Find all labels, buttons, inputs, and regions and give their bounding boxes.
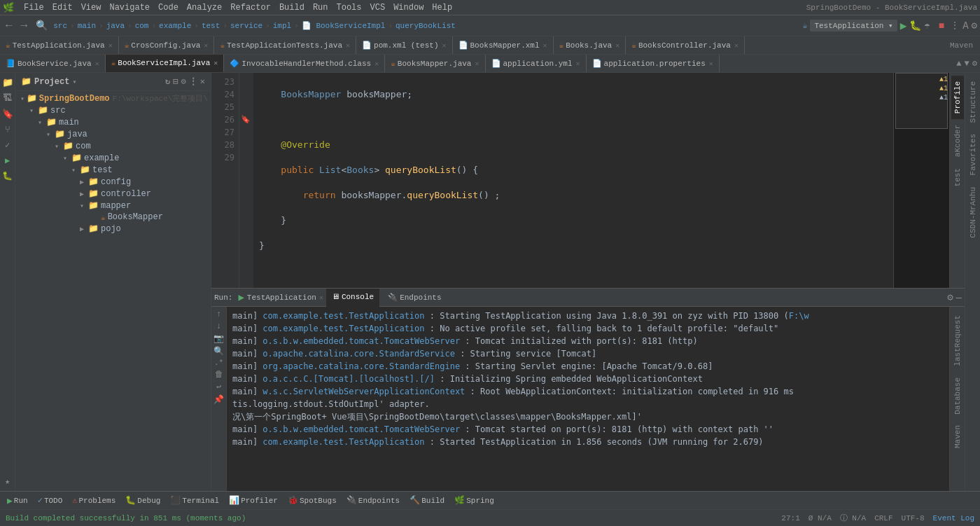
endpoints-bottom-btn[interactable]: 🔌 Endpoints (342, 492, 404, 509)
tab-invocablehandler[interactable]: 🔷 InvocableHandlerMethod.class ✕ (224, 55, 385, 73)
structure-icon[interactable]: 🏗 (1, 92, 13, 105)
menu-code[interactable]: Code (154, 1, 183, 14)
spotbugs-bottom-btn[interactable]: 🐞 SpotBugs (284, 492, 341, 509)
tab-close-appprops[interactable]: ✕ (709, 60, 713, 68)
menu-vcs[interactable]: VCS (366, 1, 390, 14)
camera-icon[interactable]: 📷 (214, 333, 224, 344)
tab-close-invocable[interactable]: ✕ (374, 60, 379, 68)
translate-icon[interactable]: A (962, 20, 968, 32)
menu-navigate[interactable]: Navigate (105, 1, 154, 14)
favorites-icon[interactable]: ★ (4, 475, 11, 488)
project-icon[interactable]: 📁 (1, 76, 15, 90)
tab-bookscontroller[interactable]: ☕ BooksController.java ✕ (626, 36, 745, 55)
git-icon[interactable]: ⑂ (4, 123, 12, 137)
settings-project-icon[interactable]: ⚙ (181, 76, 186, 87)
code-editor[interactable]: BooksMapper booksMapper; @Override publi… (253, 73, 893, 288)
run-bottom-btn[interactable]: ▶ Run (3, 492, 32, 509)
structure-tab[interactable]: Structure (967, 76, 979, 128)
tab-applicationprops[interactable]: 📄 application.properties ✕ (587, 55, 720, 73)
collapse-icon[interactable]: ⊟ (173, 76, 178, 87)
console-minimize-icon[interactable]: — (956, 292, 962, 303)
tree-item-main[interactable]: ▾ 📁 main (15, 116, 211, 128)
console-tab-close[interactable]: ✕ (319, 293, 323, 302)
breadcrumb-impl[interactable]: impl (273, 22, 291, 30)
tab-close-books[interactable]: ✕ (615, 41, 620, 50)
gear-icon[interactable]: ⋮ (189, 76, 197, 87)
tab-testapplication[interactable]: ☕ TestApplication.java ✕ (0, 36, 119, 55)
todo-left-icon[interactable]: ✓ (4, 139, 11, 152)
maven-panel-label[interactable]: Maven (943, 41, 980, 50)
regex-icon[interactable]: .* (214, 359, 223, 367)
tab-books-java[interactable]: ☕ Books.java ✕ (554, 36, 626, 55)
profile-panel-tab[interactable]: Profile (951, 76, 964, 119)
tab-close-bookservice[interactable]: ✕ (95, 60, 99, 68)
menu-window[interactable]: Window (389, 1, 428, 14)
run-left-icon[interactable]: ▶ (4, 154, 11, 167)
breadcrumb-test[interactable]: test (202, 22, 220, 30)
tab-close-booksxml[interactable]: ✕ (543, 41, 547, 50)
tab-close-appyml[interactable]: ✕ (576, 60, 580, 68)
filter-icon[interactable]: 🔍 (214, 346, 224, 357)
menu-tools[interactable]: Tools (332, 1, 366, 14)
console-tab-console[interactable]: 🖥 Console (326, 289, 379, 307)
tab-close-booksmapperjava[interactable]: ✕ (475, 60, 479, 68)
encoding[interactable]: UTF-8 (902, 514, 925, 522)
spring-bottom-btn[interactable]: 🌿 Spring (450, 492, 498, 509)
run-config-label[interactable]: TestApplication ▾ (810, 20, 897, 32)
run-btn-toolbar[interactable]: ▶ (900, 19, 907, 33)
menu-analyze[interactable]: Analyze (183, 1, 226, 14)
search-icon[interactable]: 🔍 (33, 18, 50, 33)
sync-icon[interactable]: ↻ (165, 76, 170, 87)
vcs-branch[interactable]: ⓘ N/A (840, 513, 866, 523)
menu-help[interactable]: Help (428, 1, 456, 14)
more-actions-icon[interactable]: ⋮ (950, 20, 960, 32)
tab-close-testapp[interactable]: ✕ (108, 41, 113, 50)
breadcrumb-method[interactable]: queryBookList (396, 22, 456, 30)
tab-close-pom[interactable]: ✕ (442, 41, 446, 50)
breadcrumb-com[interactable]: com (135, 22, 149, 30)
database-tab[interactable]: Database (951, 372, 964, 420)
close-panel-icon[interactable]: ✕ (200, 76, 205, 87)
tab-crosconfig[interactable]: ☕ CrosConfig.java ✕ (119, 36, 215, 55)
profiler-bottom-btn[interactable]: 📊 Profiler (225, 492, 282, 509)
tab-arrows-down[interactable]: ▼ (965, 59, 969, 69)
todo-bottom-btn[interactable]: ✓ TODO (34, 492, 67, 509)
debug-btn-toolbar[interactable]: 🐛 (909, 20, 921, 32)
coverage-btn[interactable]: ☂ (924, 20, 930, 32)
breadcrumb-main[interactable]: main (78, 22, 96, 30)
settings-icon[interactable]: ⚙ (972, 20, 977, 32)
tab-applicationyml[interactable]: 📄 application.yml ✕ (486, 55, 587, 73)
debug-bottom-btn[interactable]: 🐛 Debug (121, 492, 164, 509)
favorites-right-tab[interactable]: Favorites (967, 128, 979, 181)
bookmark-icon[interactable]: 🔖 (1, 107, 15, 121)
tab-bookserviceimpl[interactable]: ☕ BookServiceImpl.java ✕ (106, 55, 225, 73)
terminal-bottom-btn[interactable]: ⬛ Terminal (166, 492, 223, 509)
project-dropdown-icon[interactable]: ▾ (72, 78, 76, 86)
tree-item-com[interactable]: ▾ 📁 com (15, 140, 211, 152)
tab-arrows-up[interactable]: ▲ (956, 59, 961, 69)
tree-item-mapper[interactable]: ▾ 📁 mapper (15, 200, 211, 212)
scroll-up-icon[interactable]: ↑ (216, 310, 221, 319)
tab-bookservice[interactable]: 📘 BookService.java ✕ (0, 55, 106, 73)
tab-settings[interactable]: ⚙ (972, 58, 977, 69)
problems-bottom-btn[interactable]: ⚠ Problems (68, 492, 120, 509)
scroll-down-icon[interactable]: ↓ (216, 321, 221, 331)
menu-run[interactable]: Run (309, 1, 332, 14)
build-bottom-btn[interactable]: 🔨 Build (405, 492, 449, 509)
tree-item-config[interactable]: ▶ 📁 config (15, 176, 211, 188)
tab-testapptests[interactable]: ☕ TestApplicationTests.java ✕ (214, 36, 356, 55)
menu-view[interactable]: View (77, 1, 106, 14)
breadcrumb-classname[interactable]: 📄 BookServiceImpl (302, 21, 386, 30)
menu-edit[interactable]: Edit (48, 1, 77, 14)
breadcrumb-service[interactable]: service (230, 22, 262, 30)
pin-icon[interactable]: 📌 (214, 394, 224, 405)
menu-file[interactable]: File (20, 1, 48, 14)
clear-icon[interactable]: 🗑 (215, 369, 223, 380)
tree-item-pojo[interactable]: ▶ 📁 pojo (15, 223, 211, 235)
run-app-name[interactable]: TestApplication (247, 293, 316, 302)
breadcrumb-java[interactable]: java (106, 22, 125, 30)
console-output[interactable]: main] com.example.test.TestApplication :… (227, 307, 949, 491)
tab-booksmapper-java[interactable]: ☕ BooksMapper.java ✕ (385, 55, 485, 73)
cursor-position[interactable]: 27:1 (781, 514, 799, 522)
event-log[interactable]: Event Log (933, 514, 974, 522)
